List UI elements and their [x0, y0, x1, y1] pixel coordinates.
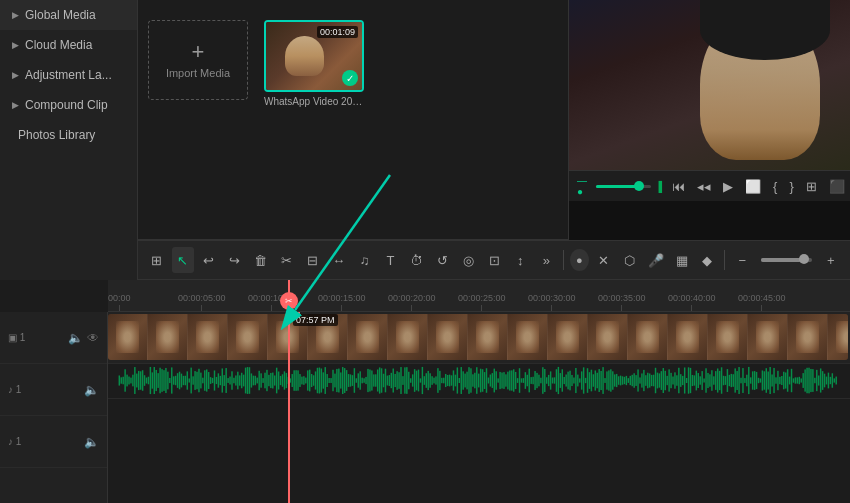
toolbar-minus-btn[interactable]: − [731, 247, 753, 273]
svg-rect-5 [128, 377, 129, 385]
toolbar-cut-btn[interactable]: ✂ [276, 247, 298, 273]
zoom-handle[interactable] [799, 254, 809, 264]
toolbar-grid-btn[interactable]: ⊞ [146, 247, 168, 273]
svg-rect-7 [132, 375, 133, 387]
bracket-right-button[interactable]: } [787, 177, 795, 196]
svg-rect-336 [771, 374, 772, 386]
svg-rect-125 [361, 378, 362, 384]
video-track[interactable]: WhatsApp Video 2023-09-28 at... [108, 312, 850, 364]
sidebar-item-photos-library[interactable]: Photos Library [0, 120, 137, 150]
toolbar-stretch-btn[interactable]: ↔ [328, 247, 350, 273]
svg-rect-359 [816, 370, 817, 391]
svg-rect-181 [470, 368, 471, 392]
svg-rect-155 [420, 378, 421, 382]
svg-rect-14 [146, 378, 147, 384]
tracks-area: WhatsApp Video 2023-09-28 at... 07:57 PM [108, 312, 850, 503]
svg-rect-333 [766, 368, 767, 393]
play-button[interactable]: ▶ [721, 177, 735, 196]
svg-rect-176 [461, 367, 462, 394]
toolbar-rotate-btn[interactable]: ↺ [431, 247, 453, 273]
svg-rect-31 [179, 372, 180, 390]
svg-rect-91 [295, 370, 296, 391]
volume-track[interactable] [596, 185, 651, 188]
svg-rect-11 [140, 371, 141, 389]
sidebar-item-global-media[interactable]: ▶Global Media [0, 0, 137, 30]
track-music-icon[interactable]: 🔈 [84, 435, 99, 449]
track-eye-icon[interactable]: 👁 [87, 331, 99, 345]
toolbar-undo-btn[interactable]: ↩ [198, 247, 220, 273]
toolbar-circle-btn[interactable]: ◎ [457, 247, 479, 273]
svg-rect-156 [422, 367, 423, 394]
svg-rect-94 [301, 377, 302, 385]
toolbar-plus-btn[interactable]: + [820, 247, 842, 273]
svg-rect-216 [538, 375, 539, 387]
play-backward-button[interactable]: ◂◂ [695, 177, 713, 196]
ruler-label: 00:00:15:00 [318, 293, 366, 303]
svg-rect-81 [276, 368, 277, 394]
svg-rect-15 [148, 377, 149, 385]
svg-rect-57 [229, 377, 230, 385]
prev-frame-button[interactable]: ⏮ [670, 177, 687, 196]
vol-indicator: ▐ [655, 181, 662, 192]
toolbar-shield-btn[interactable]: ⬡ [619, 247, 641, 273]
toolbar-text-btn[interactable]: T [380, 247, 402, 273]
svg-rect-69 [253, 376, 254, 386]
svg-rect-212 [530, 377, 531, 384]
track-audio2-icon[interactable]: 🔈 [84, 383, 99, 397]
svg-rect-142 [394, 374, 395, 387]
toolbar-box-btn[interactable]: ⊡ [483, 247, 505, 273]
toolbar-split-btn[interactable]: ⊟ [302, 247, 324, 273]
toolbar-cursor-btn[interactable]: ↖ [172, 247, 194, 273]
toolbar-redo-btn[interactable]: ↪ [224, 247, 246, 273]
svg-rect-6 [130, 378, 131, 384]
import-media-button[interactable]: + Import Media [148, 20, 248, 100]
svg-rect-368 [834, 378, 835, 382]
svg-rect-206 [519, 368, 520, 393]
fullscreen-button[interactable]: ⬜ [743, 177, 763, 196]
svg-rect-100 [313, 375, 314, 385]
toolbar-cross-btn[interactable]: ✕ [593, 247, 615, 273]
track-audio-icon[interactable]: 🔈 [68, 331, 83, 345]
toolbar-mic-btn[interactable]: 🎤 [645, 247, 667, 273]
svg-rect-89 [291, 374, 292, 387]
toolbar-audio-btn[interactable]: ♫ [354, 247, 376, 273]
toolbar-timer-btn[interactable]: ⏱ [406, 247, 428, 273]
svg-rect-187 [482, 369, 483, 392]
music-track[interactable] [108, 399, 850, 434]
audio-track[interactable] [108, 364, 850, 399]
toolbar-updown-btn[interactable]: ↕ [509, 247, 531, 273]
svg-rect-239 [583, 367, 584, 393]
sidebar-item-cloud-media[interactable]: ▶Cloud Media [0, 30, 137, 60]
video-clip[interactable]: WhatsApp Video 2023-09-28 at... [108, 314, 848, 360]
svg-rect-103 [319, 368, 320, 394]
clip-frame [508, 314, 548, 360]
track-label-video: ▣ 1 🔈 👁 [0, 312, 107, 364]
zoom-slider[interactable] [761, 258, 812, 262]
svg-rect-149 [408, 372, 409, 390]
settings-button[interactable]: ⊞ [804, 177, 819, 196]
sidebar-item-adjustment-la[interactable]: ▶Adjustment La... [0, 60, 137, 90]
toolbar-more-btn[interactable]: » [535, 247, 557, 273]
monitor-button[interactable]: ⬛ [827, 177, 847, 196]
volume-control[interactable]: —● ▐ [577, 175, 662, 197]
svg-rect-352 [802, 373, 803, 388]
svg-rect-218 [542, 367, 543, 394]
svg-rect-295 [692, 375, 693, 386]
toolbar-snap-btn[interactable]: ● [570, 249, 589, 271]
toolbar-grid2-btn[interactable]: ▦ [671, 247, 693, 273]
sidebar-arrow: ▶ [12, 70, 19, 80]
svg-rect-58 [231, 371, 232, 389]
svg-rect-284 [670, 373, 671, 388]
toolbar-delete-btn[interactable]: 🗑 [250, 247, 272, 273]
svg-rect-342 [783, 372, 784, 390]
svg-rect-1 [121, 377, 122, 383]
svg-rect-157 [424, 376, 425, 385]
bracket-left-button[interactable]: { [771, 177, 779, 196]
svg-rect-278 [659, 373, 660, 387]
toolbar-diamond-btn[interactable]: ◆ [696, 247, 718, 273]
ruler-label: 00:00:25:00 [458, 293, 506, 303]
sidebar-item-compound-clip[interactable]: ▶Compound Clip [0, 90, 137, 120]
svg-rect-87 [288, 377, 289, 384]
video-thumbnail[interactable]: 00:01:09 ✓ WhatsApp Video 202... [264, 20, 364, 107]
svg-rect-314 [729, 375, 730, 386]
